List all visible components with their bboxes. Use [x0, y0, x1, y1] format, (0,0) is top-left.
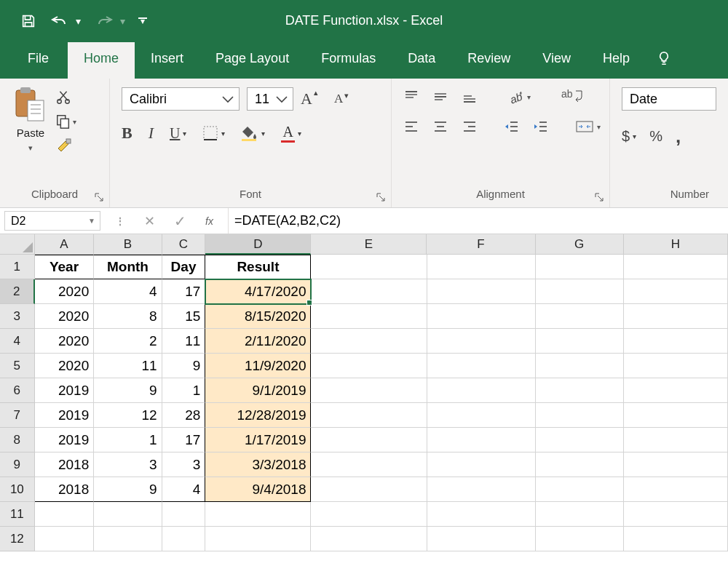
cell[interactable]: Month: [94, 255, 162, 279]
cell[interactable]: 11: [162, 329, 206, 354]
tab-home[interactable]: Home: [68, 42, 135, 79]
cell[interactable]: [427, 279, 536, 304]
cell[interactable]: [427, 403, 536, 428]
cell[interactable]: [311, 527, 427, 551]
cell[interactable]: [311, 403, 427, 428]
spreadsheet-grid[interactable]: ABCDEFGH 1YearMonthDayResult220204174/17…: [0, 234, 728, 551]
underline-button[interactable]: U▾: [170, 125, 186, 142]
cell[interactable]: [427, 329, 536, 354]
tab-insert[interactable]: Insert: [135, 42, 199, 79]
cell[interactable]: [624, 453, 728, 477]
tab-file[interactable]: File: [15, 42, 68, 79]
increase-font-icon[interactable]: A▴: [301, 89, 312, 108]
cell[interactable]: [427, 304, 536, 329]
cell[interactable]: [205, 527, 311, 551]
cell[interactable]: 28: [162, 403, 206, 428]
percent-button[interactable]: %: [649, 128, 662, 145]
cell[interactable]: Result: [205, 255, 311, 279]
cell[interactable]: [311, 255, 427, 279]
formula-input[interactable]: =DATE(A2,B2,C2): [228, 208, 728, 234]
cell[interactable]: [311, 502, 427, 527]
undo-icon[interactable]: [50, 14, 70, 28]
col-header-A[interactable]: A: [35, 234, 95, 255]
cell[interactable]: [624, 279, 728, 304]
row-header[interactable]: 11: [0, 502, 35, 527]
tab-help[interactable]: Help: [587, 42, 646, 79]
tell-me-icon[interactable]: [646, 42, 682, 79]
cell[interactable]: [624, 329, 728, 354]
cell[interactable]: 2020: [35, 329, 95, 354]
cell[interactable]: 9: [162, 354, 206, 378]
enter-formula-icon[interactable]: ✓: [174, 212, 186, 230]
cell[interactable]: 2020: [35, 354, 95, 378]
format-painter-icon[interactable]: [55, 138, 76, 156]
cell[interactable]: 2019: [35, 428, 95, 453]
cell[interactable]: [311, 428, 427, 453]
row-header[interactable]: 5: [0, 354, 35, 378]
cell[interactable]: [427, 378, 536, 403]
align-right-icon[interactable]: [462, 120, 478, 133]
merge-center-button[interactable]: ▾: [575, 119, 601, 134]
row-header[interactable]: 7: [0, 403, 35, 428]
cell[interactable]: [162, 527, 206, 551]
increase-indent-icon[interactable]: [533, 120, 549, 133]
cell[interactable]: [536, 255, 624, 279]
cell[interactable]: 11: [94, 354, 162, 378]
cell[interactable]: [624, 403, 728, 428]
row-header[interactable]: 10: [0, 477, 35, 502]
cell[interactable]: [536, 428, 624, 453]
align-top-icon[interactable]: [403, 89, 419, 104]
cell[interactable]: 12/28/2019: [205, 403, 311, 428]
cell[interactable]: 2/11/2020: [205, 329, 311, 354]
cell[interactable]: 1: [94, 428, 162, 453]
clipboard-dialog-launcher-icon[interactable]: [95, 193, 105, 203]
cell[interactable]: 8: [94, 304, 162, 329]
bold-button[interactable]: B: [122, 124, 132, 143]
cell[interactable]: [624, 477, 728, 502]
col-header-F[interactable]: F: [427, 234, 535, 255]
save-icon[interactable]: [20, 13, 36, 29]
cell[interactable]: Year: [35, 255, 95, 279]
cell[interactable]: [162, 502, 206, 527]
cell[interactable]: [311, 354, 427, 378]
cell[interactable]: [427, 527, 536, 551]
cell[interactable]: 3/3/2018: [205, 453, 311, 477]
cell[interactable]: [536, 527, 624, 551]
number-format-combo[interactable]: Date: [622, 87, 716, 111]
cut-icon[interactable]: [55, 89, 76, 105]
copy-icon[interactable]: ▾: [55, 113, 76, 129]
cell[interactable]: [427, 502, 536, 527]
cell[interactable]: 9: [94, 477, 162, 502]
cell[interactable]: [536, 279, 624, 304]
cell[interactable]: [311, 477, 427, 502]
cell[interactable]: 2020: [35, 279, 95, 304]
cell[interactable]: [94, 527, 162, 551]
cell[interactable]: 2018: [35, 453, 95, 477]
font-size-combo[interactable]: 11: [247, 87, 293, 111]
cell[interactable]: [311, 279, 427, 304]
cell[interactable]: [536, 477, 624, 502]
cell[interactable]: [624, 527, 728, 551]
cell[interactable]: [536, 403, 624, 428]
cell[interactable]: 17: [162, 428, 206, 453]
tab-formulas[interactable]: Formulas: [305, 42, 392, 79]
cell[interactable]: 1/17/2019: [205, 428, 311, 453]
col-header-H[interactable]: H: [624, 234, 728, 255]
align-middle-icon[interactable]: [432, 89, 448, 104]
col-header-C[interactable]: C: [162, 234, 206, 255]
row-header[interactable]: 8: [0, 428, 35, 453]
cell[interactable]: 11/9/2020: [205, 354, 311, 378]
cell[interactable]: [624, 354, 728, 378]
orientation-button[interactable]: ab ▾: [508, 89, 531, 105]
cell[interactable]: 9: [94, 378, 162, 403]
comma-button[interactable]: ,: [676, 125, 681, 148]
cell[interactable]: [427, 453, 536, 477]
cell[interactable]: [311, 378, 427, 403]
cell[interactable]: 9/1/2019: [205, 378, 311, 403]
cell[interactable]: 2020: [35, 304, 95, 329]
cell[interactable]: 2019: [35, 378, 95, 403]
tab-review[interactable]: Review: [451, 42, 526, 79]
fill-color-button[interactable]: ▾: [241, 125, 265, 141]
cell[interactable]: [427, 477, 536, 502]
cancel-formula-icon[interactable]: ✕: [144, 213, 155, 229]
